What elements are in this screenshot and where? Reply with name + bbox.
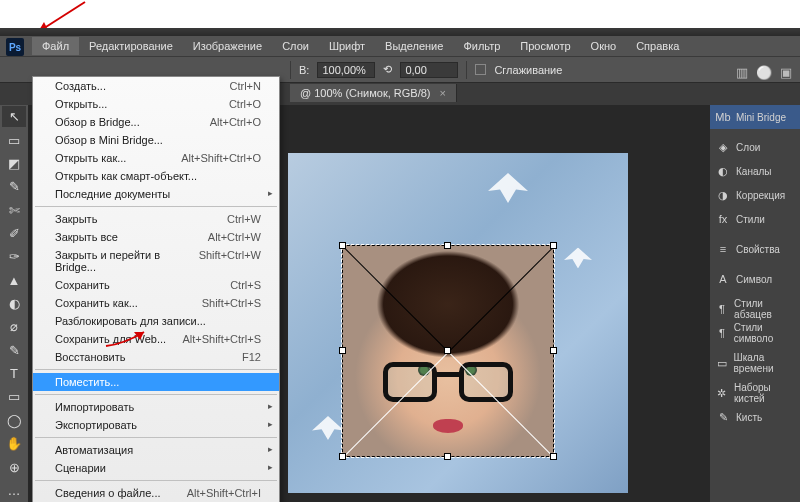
menu-item[interactable]: Сценарии xyxy=(33,459,279,477)
menu-view[interactable]: Просмотр xyxy=(510,37,580,55)
document-tab[interactable]: @ 100% (Снимок, RGB/8) × xyxy=(290,84,457,102)
tool-button[interactable]: ◯ xyxy=(2,410,26,431)
tool-button[interactable]: ◩ xyxy=(2,153,26,174)
panel-tab[interactable]: ✲Наборы кистей xyxy=(710,381,800,405)
free-transform-box[interactable] xyxy=(342,245,554,457)
menu-item-label: Закрыть и перейти в Bridge... xyxy=(55,249,199,273)
menu-item[interactable]: Закрыть и перейти в Bridge...Shift+Ctrl+… xyxy=(33,246,279,276)
menu-item[interactable]: Открыть как...Alt+Shift+Ctrl+O xyxy=(33,149,279,167)
panel-icon: A xyxy=(716,272,730,286)
panel-tab[interactable]: ¶Стили символо xyxy=(710,321,800,345)
document-tab-label: @ 100% (Снимок, RGB/8) xyxy=(300,87,431,99)
menu-item[interactable]: ЗакрытьCtrl+W xyxy=(33,210,279,228)
tool-button[interactable]: ⊕ xyxy=(2,456,26,477)
tool-button[interactable]: ✋ xyxy=(2,433,26,454)
panel-tab[interactable]: ◈Слои xyxy=(710,135,800,159)
collapse-icon[interactable]: ▣ xyxy=(780,65,792,80)
menu-item[interactable]: Открыть...Ctrl+O xyxy=(33,95,279,113)
panel-tab[interactable]: ▭Шкала времени xyxy=(710,351,800,375)
tool-button[interactable]: ◐ xyxy=(2,293,26,314)
canvas[interactable] xyxy=(288,153,628,493)
panel-icon: Mb xyxy=(716,110,730,124)
menu-select[interactable]: Выделение xyxy=(375,37,453,55)
tool-button[interactable]: ✄ xyxy=(2,199,26,220)
rotate-field[interactable] xyxy=(400,62,458,78)
aa-checkbox[interactable] xyxy=(475,64,486,75)
menu-item[interactable]: Обзор в Bridge...Alt+Ctrl+O xyxy=(33,113,279,131)
menu-item[interactable]: Закрыть всеAlt+Ctrl+W xyxy=(33,228,279,246)
tool-button[interactable]: ▭ xyxy=(2,129,26,150)
menu-item[interactable]: Автоматизация xyxy=(33,441,279,459)
menu-item[interactable]: Экспортировать xyxy=(33,416,279,434)
panel-tab[interactable]: ¶Стили абзацев xyxy=(710,297,800,321)
menu-layers[interactable]: Слои xyxy=(272,37,319,55)
menu-separator xyxy=(35,394,277,395)
menu-file[interactable]: Файл xyxy=(32,37,79,55)
menu-help[interactable]: Справка xyxy=(626,37,689,55)
menu-edit[interactable]: Редактирование xyxy=(79,37,183,55)
transform-handle[interactable] xyxy=(339,453,346,460)
menu-filter[interactable]: Фильтр xyxy=(453,37,510,55)
tool-button[interactable]: ↖ xyxy=(2,106,26,127)
menu-item[interactable]: Импортировать xyxy=(33,398,279,416)
tool-button[interactable]: ✎ xyxy=(2,176,26,197)
transform-handle[interactable] xyxy=(444,242,451,249)
menu-item-label: Открыть как смарт-объект... xyxy=(55,170,197,182)
panel-tab[interactable]: ≡Свойства xyxy=(710,237,800,261)
essentials-icon[interactable]: ▥ xyxy=(736,65,748,80)
menu-item[interactable]: Последние документы xyxy=(33,185,279,203)
menu-item[interactable]: СохранитьCtrl+S xyxy=(33,276,279,294)
panel-label: Шкала времени xyxy=(734,352,794,374)
panel-label: Коррекция xyxy=(736,190,785,201)
panel-icon: ¶ xyxy=(716,302,728,316)
menu-item[interactable]: Разблокировать для записи... xyxy=(33,312,279,330)
tool-button[interactable]: ✑ xyxy=(2,246,26,267)
panel-tab[interactable]: fxСтили xyxy=(710,207,800,231)
close-icon[interactable]: × xyxy=(440,87,446,99)
menu-item-shortcut: Alt+Ctrl+O xyxy=(210,116,261,128)
menu-item[interactable]: Открыть как смарт-объект... xyxy=(33,167,279,185)
tool-button[interactable]: ⌀ xyxy=(2,316,26,337)
tool-button[interactable]: ✐ xyxy=(2,223,26,244)
transform-handle[interactable] xyxy=(550,347,557,354)
menu-item[interactable]: ВосстановитьF12 xyxy=(33,348,279,366)
transform-handle[interactable] xyxy=(339,242,346,249)
menu-separator xyxy=(35,206,277,207)
window-titlebar xyxy=(0,28,800,36)
menu-item[interactable]: Создать...Ctrl+N xyxy=(33,77,279,95)
tool-button[interactable]: ✎ xyxy=(2,340,26,361)
tool-button[interactable]: T xyxy=(2,363,26,384)
width-label: В: xyxy=(299,64,309,76)
width-field[interactable] xyxy=(317,62,375,78)
menu-item[interactable]: Сведения о файле...Alt+Shift+Ctrl+I xyxy=(33,484,279,502)
menu-item[interactable]: Сохранить как...Shift+Ctrl+S xyxy=(33,294,279,312)
menu-item-shortcut: Ctrl+O xyxy=(229,98,261,110)
menu-item-label: Экспортировать xyxy=(55,419,137,431)
tool-button[interactable]: … xyxy=(2,480,26,501)
menu-image[interactable]: Изображение xyxy=(183,37,272,55)
tool-button[interactable]: ▭ xyxy=(2,386,26,407)
panel-label: Символ xyxy=(736,274,772,285)
menu-item-label: Закрыть все xyxy=(55,231,118,243)
panel-tab[interactable]: ✎Кисть xyxy=(710,405,800,429)
tool-button[interactable]: ▲ xyxy=(2,270,26,291)
menu-window[interactable]: Окно xyxy=(581,37,627,55)
transform-handle[interactable] xyxy=(339,347,346,354)
panel-tab[interactable]: MbMini Bridge xyxy=(710,105,800,129)
menu-separator xyxy=(35,437,277,438)
panel-tab[interactable]: AСимвол xyxy=(710,267,800,291)
panel-tab[interactable]: ◑Коррекция xyxy=(710,183,800,207)
workspace-icons: ▥ ⚪ ▣ xyxy=(736,65,792,80)
transform-handle[interactable] xyxy=(550,242,557,249)
transform-handle[interactable] xyxy=(444,453,451,460)
menu-item[interactable]: Обзор в Mini Bridge... xyxy=(33,131,279,149)
transform-handle[interactable] xyxy=(550,453,557,460)
menu-type[interactable]: Шрифт xyxy=(319,37,375,55)
panel-label: Стили xyxy=(736,214,765,225)
menu-item[interactable]: Сохранить для Web...Alt+Shift+Ctrl+S xyxy=(33,330,279,348)
panel-tab[interactable]: ◐Каналы xyxy=(710,159,800,183)
menu-item-label: Автоматизация xyxy=(55,444,133,456)
menu-item[interactable]: Поместить... xyxy=(33,373,279,391)
search-icon[interactable]: ⚪ xyxy=(756,65,772,80)
transform-center[interactable] xyxy=(444,347,451,354)
